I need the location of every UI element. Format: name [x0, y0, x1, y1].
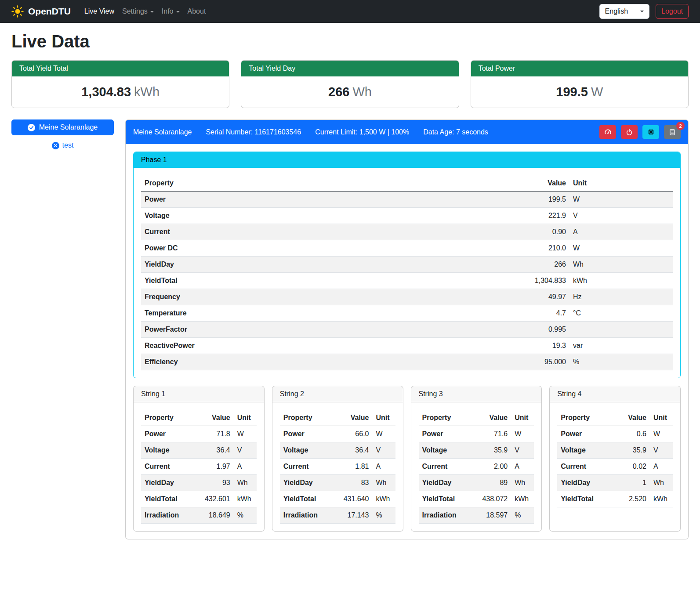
row-property: Current: [280, 459, 332, 475]
limit-settings-button[interactable]: [599, 125, 616, 139]
phase-table: Property Value Unit Power199.5WVoltage22…: [141, 175, 673, 370]
summary-card-title: Total Yield Day: [241, 61, 458, 76]
summary-card-title: Total Yield Total: [12, 61, 229, 76]
row-property: Power DC: [141, 240, 512, 257]
row-value: 438.072: [471, 491, 511, 507]
row-value: 35.9: [614, 442, 650, 459]
string-table-body: Power71.8WVoltage36.4VCurrent1.97AYieldD…: [141, 426, 257, 524]
nav-item-live-view[interactable]: Live View: [80, 4, 118, 19]
logout-button[interactable]: Logout: [656, 4, 689, 19]
row-property: Efficiency: [141, 354, 512, 370]
phase-card: Phase 1 Property Value Unit Power199.5WV…: [133, 152, 681, 378]
inverter-serial-number: Serial Number: 116171603546: [206, 128, 301, 136]
row-unit: W: [569, 240, 673, 257]
string-table: Property Value Unit Power71.8WVoltage36.…: [141, 410, 257, 524]
chevron-down-icon: [150, 11, 154, 13]
row-unit: var: [569, 338, 673, 354]
row-value: 18.649: [193, 507, 234, 524]
row-unit: V: [373, 442, 395, 459]
table-row: PowerFactor0.995: [141, 322, 673, 338]
row-unit: Wh: [511, 475, 534, 491]
row-value: 0.90: [512, 224, 569, 240]
event-count-badge: 2: [676, 122, 685, 130]
row-property: Current: [557, 459, 614, 475]
power-toggle-button[interactable]: [621, 125, 638, 139]
table-header-row: Property Value Unit: [141, 410, 257, 426]
row-unit: %: [569, 354, 673, 370]
row-value: 0.02: [614, 459, 650, 475]
table-row: Current1.81A: [280, 459, 395, 475]
inverter-name: Meine Solaranlage: [133, 128, 192, 136]
row-property: YieldTotal: [141, 273, 512, 289]
summary-value: 1,304.83: [81, 85, 131, 99]
row-unit: Wh: [650, 475, 673, 491]
row-property: Current: [141, 459, 193, 475]
row-value: 71.6: [471, 426, 511, 442]
inverter-panel: Meine Solaranlage Serial Number: 1161716…: [125, 119, 689, 539]
table-row: Voltage221.9V: [141, 208, 673, 224]
column-header-unit: Unit: [569, 175, 673, 192]
column-header-property: Property: [557, 410, 614, 426]
row-unit: %: [234, 507, 257, 524]
table-row: Efficiency95.000%: [141, 354, 673, 370]
string-table: Property Value Unit Power71.6WVoltage35.…: [419, 410, 534, 524]
summary-cards-row: Total Yield Total 1,304.83kWh Total Yiel…: [11, 60, 689, 108]
string-card-body: Property Value Unit Power71.6WVoltage35.…: [411, 402, 542, 531]
row-property: Power: [141, 192, 512, 208]
event-log-button[interactable]: 2: [664, 125, 681, 139]
row-value: 1: [614, 475, 650, 491]
sidebar-item-inverter-selected[interactable]: Meine Solaranlage: [11, 119, 114, 135]
row-unit: kWh: [650, 491, 673, 507]
sidebar-item-test[interactable]: test: [11, 141, 114, 149]
device-info-button[interactable]: [642, 125, 659, 139]
nav-item-info[interactable]: Info: [158, 4, 184, 19]
row-property: Current: [141, 224, 512, 240]
table-row: Power66.0W: [280, 426, 395, 442]
row-property: Irradiation: [280, 507, 332, 524]
x-circle-icon: [52, 142, 59, 149]
inverter-panel-header: Meine Solaranlage Serial Number: 1161716…: [126, 120, 688, 144]
row-unit: kWh: [373, 491, 395, 507]
row-value: 1,304.833: [512, 273, 569, 289]
table-row: Power71.6W: [419, 426, 534, 442]
nav-links: Live View Settings Info About: [80, 4, 599, 19]
column-header-property: Property: [141, 175, 512, 192]
row-unit: W: [511, 426, 534, 442]
cpu-icon: [647, 128, 655, 136]
row-value: 221.9: [512, 208, 569, 224]
row-property: YieldDay: [557, 475, 614, 491]
nav-item-about[interactable]: About: [184, 4, 210, 19]
column-header-property: Property: [280, 410, 332, 426]
row-value: 210.0: [512, 240, 569, 257]
sidebar-item-label: test: [62, 141, 74, 149]
sidebar-item-label: Meine Solaranlage: [39, 123, 98, 131]
language-select[interactable]: English: [599, 4, 649, 19]
column-header-unit: Unit: [511, 410, 534, 426]
row-unit: kWh: [569, 273, 673, 289]
row-value: 2.520: [614, 491, 650, 507]
column-header-value: Value: [471, 410, 511, 426]
row-property: Irradiation: [141, 507, 193, 524]
table-row: Irradiation18.597%: [419, 507, 534, 524]
summary-value: 266: [328, 85, 349, 99]
brand-link[interactable]: OpenDTU: [11, 5, 71, 18]
phase-card-body: Property Value Unit Power199.5WVoltage22…: [134, 168, 680, 378]
speedometer-icon: [604, 128, 612, 136]
string-table-body: Power66.0WVoltage36.4VCurrent1.81AYieldD…: [280, 426, 395, 524]
row-value: 36.4: [332, 442, 373, 459]
row-value: 93: [193, 475, 234, 491]
table-row: YieldTotal432.601kWh: [141, 491, 257, 507]
summary-value: 199.5: [556, 85, 588, 99]
row-value: 17.143: [332, 507, 373, 524]
row-unit: kWh: [511, 491, 534, 507]
column-header-value: Value: [614, 410, 650, 426]
row-unit: Hz: [569, 289, 673, 305]
nav-item-settings[interactable]: Settings: [118, 4, 158, 19]
row-unit: W: [569, 192, 673, 208]
row-unit: W: [650, 426, 673, 442]
row-property: Power: [557, 426, 614, 442]
table-row: YieldDay93Wh: [141, 475, 257, 491]
table-row: ReactivePower19.3var: [141, 338, 673, 354]
table-row: YieldTotal438.072kWh: [419, 491, 534, 507]
row-value: 49.97: [512, 289, 569, 305]
